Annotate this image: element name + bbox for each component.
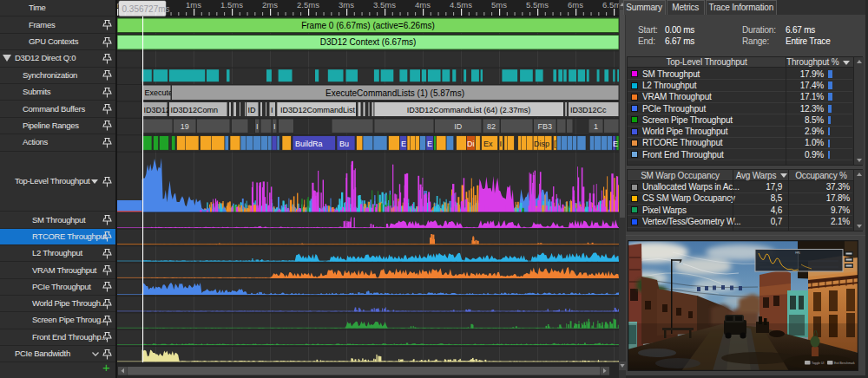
svg-text:ID3D12Cc: ID3D12Cc — [570, 106, 607, 114]
svg-text:4.5ms: 4.5ms — [450, 0, 472, 10]
svg-text:ID3D12Comn: ID3D12Comn — [171, 106, 219, 114]
svg-text:3.5ms: 3.5ms — [373, 0, 396, 10]
svg-text:Ex: Ex — [483, 140, 493, 148]
svg-text:19: 19 — [181, 122, 189, 131]
svg-text:I: I — [256, 122, 259, 131]
svg-text:1ms: 1ms — [186, 0, 201, 10]
svg-text:ID3D12CommandList: ID3D12CommandList — [280, 106, 356, 114]
svg-text:E: E — [401, 140, 406, 148]
svg-text:Di: Di — [467, 140, 475, 148]
svg-text:E: E — [427, 140, 432, 148]
svg-text:ExecuteCommandLists (1) (5.87m: ExecuteCommandLists (1) (5.87ms) — [326, 88, 464, 98]
svg-text:D3D12 Context (6.67ms): D3D12 Context (6.67ms) — [320, 37, 417, 47]
svg-text:Frame 0 (6.67ms) (active=6.26m: Frame 0 (6.67ms) (active=6.26ms) — [301, 21, 435, 30]
svg-text:2.5ms: 2.5ms — [297, 0, 319, 10]
svg-text:BuildRa: BuildRa — [295, 140, 323, 148]
svg-text:5ms: 5ms — [491, 0, 507, 10]
svg-text:ID3D12CommandList (64) (2.37ms: ID3D12CommandList (64) (2.37ms) — [407, 106, 531, 114]
svg-text:I: I — [500, 140, 503, 148]
svg-text:1: 1 — [594, 122, 598, 131]
svg-text:FB3: FB3 — [537, 122, 552, 131]
svg-text:5.5ms: 5.5ms — [526, 0, 549, 10]
svg-text:6ms: 6ms — [568, 0, 583, 10]
svg-text:0.356727ms: 0.356727ms — [122, 4, 170, 14]
svg-text:Execute: Execute — [145, 88, 174, 97]
svg-text:Bu: Bu — [339, 140, 349, 148]
svg-text:3ms: 3ms — [339, 0, 354, 10]
svg-text:4ms: 4ms — [415, 0, 431, 10]
svg-text:ID3D12: ID3D12 — [144, 106, 171, 114]
svg-text:Disp: Disp — [534, 140, 549, 148]
svg-text:E: E — [613, 140, 618, 148]
svg-text:I: I — [273, 122, 276, 131]
svg-text:I: I — [271, 106, 273, 114]
svg-text:ID: ID — [248, 106, 257, 114]
svg-text:2ms: 2ms — [262, 0, 278, 10]
svg-text:82: 82 — [487, 122, 496, 131]
svg-text:1.5ms: 1.5ms — [220, 0, 243, 10]
svg-text:ID: ID — [454, 122, 463, 131]
